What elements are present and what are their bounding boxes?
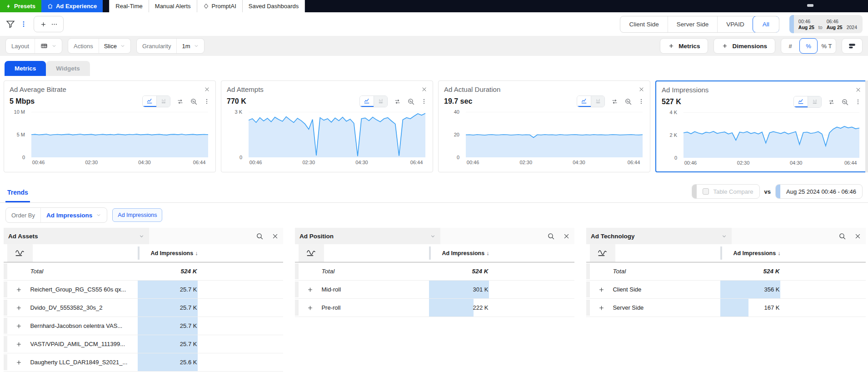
nav-tab-real-time[interactable]: Real-Time [109,0,149,12]
format-percent[interactable]: % [799,38,818,54]
expand-plus-icon[interactable] [598,286,605,293]
dimension-selector[interactable]: Ad Technology [586,228,732,244]
nav-tab-manual-alerts[interactable]: Manual Alerts [149,0,197,12]
chart-plot [683,112,859,158]
side-filter-vpaid[interactable]: VPAID [717,16,753,32]
row-value: 222 K [473,299,488,317]
expand-plus-icon[interactable] [15,286,22,293]
close-icon[interactable] [272,233,279,240]
table-row[interactable]: Dvido_DV_5553582_30s_2 25.7 K [4,299,283,317]
metric-card-ad-impressions[interactable]: Ad Impressions 527 K 4 K2 K0 00:4602:300… [655,80,868,172]
bar-chart-icon[interactable] [156,96,170,107]
tab-widgets[interactable]: Widgets [46,61,90,76]
bar-chart-icon[interactable] [374,96,387,107]
card-view-button[interactable] [842,38,863,54]
row-gutter [4,354,7,370]
line-chart-icon[interactable] [360,96,374,107]
zoom-chart-icon[interactable] [190,98,198,106]
filter-funnel-button[interactable] [5,19,15,29]
table-row[interactable]: Pre-roll 222 K [295,299,574,317]
expand-plus-icon[interactable] [15,322,22,329]
bar-chart-icon[interactable] [591,96,604,107]
metric-card-ad-actual-duration[interactable]: Ad Actual Duration 19.7 sec 40200 00:460… [438,80,650,172]
expand-plus-icon[interactable] [15,359,22,366]
layout-selector[interactable] [35,39,62,53]
line-chart-icon[interactable] [577,96,591,107]
row-gutter [4,300,7,316]
granularity-selector[interactable]: 1m [177,39,204,53]
table-compare-accent [692,185,697,198]
expand-plus-icon[interactable] [598,304,605,311]
table-row[interactable]: Daugherty LLC_DAR1849_S2021_... 25.6 K [4,353,283,372]
side-filter-client-side[interactable]: Client Side [620,16,667,32]
table-row[interactable]: Bernhard-Jacobson celentra VAS... 25.7 K [4,317,283,335]
search-icon[interactable] [838,232,846,240]
nav-tab-ad-experience[interactable]: Ad Experience [41,0,103,12]
expand-plus-icon[interactable] [15,341,22,347]
line-chart-icon[interactable] [143,96,156,107]
actions-selector[interactable]: Slice [99,39,130,53]
kebab-icon[interactable] [204,98,210,105]
row-gutter [4,263,7,279]
nav-tab-promptai[interactable]: PromptAI [197,0,243,12]
trend-wave-icon[interactable] [590,244,615,262]
zoom-chart-icon[interactable] [841,98,849,106]
compare-swap-icon[interactable] [176,98,184,105]
expand-plus-icon[interactable] [307,304,314,311]
order-by-selector[interactable]: Ad Impressions [41,208,107,222]
close-icon[interactable] [204,86,210,92]
table-compare-checkbox[interactable] [703,188,709,195]
compare-range-button[interactable]: Aug 25 2024 00:46 - 06:46 [775,184,863,199]
search-icon[interactable] [256,232,264,240]
compare-swap-icon[interactable] [394,98,401,105]
side-filter-all[interactable]: All [753,16,779,33]
search-icon[interactable] [547,232,555,240]
metric-card-ad-average-bitrate[interactable]: Ad Average Bitrate 5 Mbps 10 M5 M0 00:46… [4,80,216,172]
zoom-chart-icon[interactable] [624,98,632,106]
format-percent-total[interactable]: % T [818,39,836,53]
table-row[interactable]: VAST/VPAID_AMIL_DCM_111399... 25.7 K [4,335,283,353]
metric-column-header[interactable]: Ad Impressions ↓ [720,244,780,262]
time-range-picker[interactable]: 00:46 06:46 Aug 25 to Aug 25 2024 [789,15,863,33]
bar-chart-icon[interactable] [808,96,821,107]
side-filter-server-side[interactable]: Server Side [668,16,718,32]
format-number[interactable]: # [781,39,799,53]
kebab-icon[interactable] [638,98,644,105]
table-row[interactable]: Server Side 167 K [586,299,866,317]
metric-column-header[interactable]: Ad Impressions ↓ [138,244,198,262]
add-filter-button[interactable] [34,16,64,32]
metric-card-ad-attempts[interactable]: Ad Attempts 770 K 3 K0 00:4602:3004:3006… [221,80,433,172]
line-chart-icon[interactable] [794,96,808,107]
add-metrics-button[interactable]: Metrics [660,38,708,54]
metric-chip-ad-impressions[interactable]: Ad Impressions [112,208,162,222]
add-dimensions-button[interactable]: Dimensions [713,38,775,54]
filter-kebab-button[interactable] [20,20,27,28]
trend-wave-icon[interactable] [299,244,324,262]
dimension-selector[interactable]: Ad Position [295,228,440,244]
total-label: Total [321,262,426,280]
tab-trends[interactable]: Trends [5,189,30,202]
metric-column-header[interactable]: Ad Impressions ↓ [429,244,489,262]
close-icon[interactable] [855,87,861,93]
kebab-icon[interactable] [855,98,861,106]
nav-tab-saved-dashboards[interactable]: Saved Dashboards [243,0,305,12]
close-icon[interactable] [854,233,861,240]
compare-swap-icon[interactable] [828,99,835,106]
expand-plus-icon[interactable] [307,286,314,293]
table-row[interactable]: Mid-roll 301 K [295,281,574,299]
close-icon[interactable] [421,86,427,92]
close-icon[interactable] [563,233,570,240]
tab-metrics[interactable]: Metrics [5,61,46,76]
filter-toolbar: Client Side Server Side VPAID All 00:46 … [0,12,868,36]
trend-wave-icon[interactable] [7,244,33,262]
kebab-icon[interactable] [421,98,427,105]
table-row[interactable]: Reichert_Group_RG_CS55 60s qx... 25.7 K [4,281,283,299]
table-compare-toggle[interactable]: Table Compare [692,184,759,199]
dimension-selector[interactable]: Ad Assets [4,228,149,244]
table-row[interactable]: Client Side 356 K [586,281,866,299]
presets-button[interactable]: Presets [0,0,41,12]
zoom-chart-icon[interactable] [407,98,415,106]
compare-swap-icon[interactable] [611,98,619,105]
close-icon[interactable] [639,86,644,92]
expand-plus-icon[interactable] [15,304,22,311]
